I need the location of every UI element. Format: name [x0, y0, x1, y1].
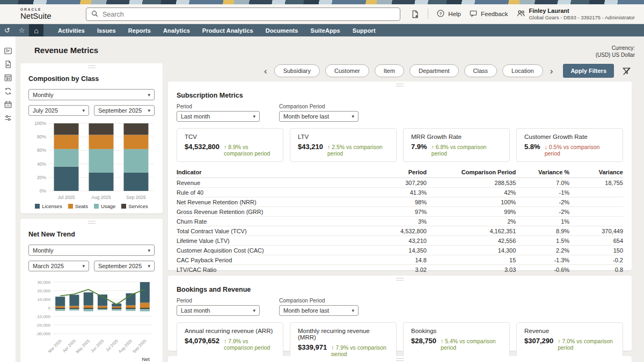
kpi-card-mrr-growth-rate: MRR Growth Rate7.9%↑ 6.8% vs comparison …	[403, 128, 510, 162]
composition-to-select[interactable]: September 2025 ▾	[94, 105, 155, 116]
card-delta-down: ↓ 0.5% vs comparison period	[545, 144, 615, 157]
caret-down-icon: ▾	[148, 263, 150, 269]
nav-tab-activities[interactable]: Activities	[58, 27, 85, 34]
value-cell: -2%	[516, 197, 569, 207]
period-control: Period Last month ▾	[177, 298, 260, 316]
svg-text:$: $	[6, 77, 8, 81]
svg-text:0: 0	[48, 306, 51, 311]
filter-pill-class[interactable]: Class	[464, 64, 497, 77]
nav-tab-product-analytics[interactable]: Product Analytics	[202, 27, 253, 34]
card-delta-up: ↑ 2.5% vs comparison period	[327, 144, 389, 157]
column-header-comparison-period: Comparison Period	[427, 167, 516, 178]
subscription-metrics-panel: Subscription Metrics Period Last month ▾…	[168, 82, 632, 270]
apply-filters-button[interactable]: Apply Filters	[563, 64, 614, 78]
card-title: LTV	[298, 134, 389, 140]
legend-item-churn[interactable]: Churn	[110, 356, 131, 362]
indicator-cell: LTV/CAC Ratio	[177, 265, 355, 275]
card-value-row: $4,079,652↑ 7.9% vs comparison period	[185, 337, 275, 351]
favorites-icon[interactable]: ☆	[14, 24, 29, 36]
value-cell: 14,300	[427, 246, 516, 255]
indicator-cell: Churn Rate	[177, 217, 355, 226]
caret-down-icon: ▾	[148, 92, 150, 98]
composition-from-select[interactable]: July 2025 ▾	[28, 105, 89, 116]
global-search[interactable]	[86, 8, 400, 21]
value-cell	[569, 197, 623, 207]
sliders-icon[interactable]	[4, 114, 12, 122]
period-select[interactable]: Last month ▾	[177, 111, 260, 122]
billing-icon[interactable]: $	[4, 73, 12, 82]
filter-pill-customer[interactable]: Customer	[325, 64, 369, 77]
indicator-cell: Lifetime Value (LTV)	[177, 236, 355, 246]
drag-handle[interactable]	[396, 278, 404, 280]
nav-tab-issues[interactable]: Issues	[97, 27, 116, 34]
caret-down-icon: ▾	[82, 108, 85, 113]
legend-item-net-new-mrr[interactable]: Net New MRR	[137, 356, 157, 362]
comparison-select[interactable]: Month before last ▾	[279, 305, 358, 316]
clear-filters-icon[interactable]	[621, 66, 632, 76]
help-button[interactable]: ? Help	[436, 9, 461, 19]
comparison-select[interactable]: Month before last ▾	[279, 111, 358, 122]
legend-swatch	[35, 204, 40, 209]
user-menu[interactable]: Finley Laurant Global Gears - DB93 - 339…	[516, 8, 635, 20]
chevron-left-icon[interactable]: ‹	[262, 67, 269, 76]
filter-pill-subsidiary[interactable]: Subsidiary	[274, 64, 320, 77]
caret-down-icon: ▾	[148, 248, 150, 253]
card-value: $4,532,800	[185, 143, 219, 151]
indicator-cell: CAC Payback Period	[177, 255, 355, 265]
search-input[interactable]	[103, 11, 395, 18]
filter-pill-location[interactable]: Location	[502, 64, 543, 77]
legend-label: Usage	[101, 203, 115, 209]
home-icon[interactable]: ⌂	[29, 24, 43, 36]
history-icon[interactable]: ↺	[0, 24, 14, 36]
card-delta-up: ↑ 7.9% vs comparison period	[331, 344, 389, 357]
filter-pill-item[interactable]: Item	[375, 64, 404, 77]
drag-handle[interactable]	[396, 84, 404, 86]
header-actions: ? Help Feedback	[411, 8, 635, 20]
currency-value: (USD) US Dollar	[596, 51, 635, 58]
nav-tab-documents[interactable]: Documents	[266, 27, 298, 34]
table-row-customer-acquisition-cost-cac-: Customer Acquisition Cost (CAC)14,35014,…	[177, 246, 623, 255]
report-chart-icon[interactable]	[4, 60, 12, 69]
legend-item-licenses[interactable]: Licenses	[35, 203, 62, 209]
value-cell: -0.2	[569, 255, 623, 265]
comparison-label: Comparison Period	[279, 104, 358, 109]
drag-handle[interactable]	[88, 221, 96, 224]
card-value-row: 7.9%↑ 6.8% vs comparison period	[411, 143, 502, 157]
feedback-button[interactable]: Feedback	[469, 9, 508, 19]
new-record-icon[interactable]	[411, 10, 420, 19]
composition-legend: LicensesSeatsUsageServices	[28, 203, 155, 209]
nav-tab-analytics[interactable]: Analytics	[163, 27, 190, 34]
column-header-variance: Variance	[569, 167, 623, 178]
netnew-frequency-select[interactable]: Monthly ▾	[28, 245, 155, 256]
card-delta-up: ↑ 6.8% vs comparison period	[431, 144, 502, 157]
value-cell: 1.5%	[516, 236, 569, 246]
legend-item-new[interactable]: New	[26, 356, 43, 362]
legend-item-seats[interactable]: Seats	[68, 203, 88, 209]
netnew-to-select[interactable]: September 2025 ▾	[94, 261, 155, 271]
composition-frequency-select[interactable]: Monthly ▾	[28, 89, 155, 100]
svg-text:20%: 20%	[37, 175, 46, 180]
calendar-metrics-icon[interactable]	[4, 100, 12, 109]
card-value: $43,210	[298, 143, 323, 151]
kpi-overview-icon[interactable]	[4, 47, 12, 55]
legend-item-downsell[interactable]: Downsell	[76, 356, 104, 362]
legend-item-upsell[interactable]: Upsell	[49, 356, 70, 362]
nav-tab-support[interactable]: Support	[353, 27, 376, 34]
netnew-legend: NewUpsellDownsellChurnNet New MRR	[28, 356, 155, 362]
period-select[interactable]: Last month ▾	[177, 305, 260, 316]
filter-pill-department[interactable]: Department	[409, 64, 458, 77]
chevron-right-icon[interactable]: ›	[548, 67, 555, 76]
svg-text:Aug 2025: Aug 2025	[118, 338, 133, 354]
value-cell: 42,556	[427, 236, 516, 246]
caret-down-icon: ▾	[352, 308, 354, 313]
nav-tab-suiteapps[interactable]: SuiteApps	[311, 27, 340, 34]
legend-item-services[interactable]: Services	[121, 203, 148, 209]
period-control: Period Last month ▾	[177, 104, 260, 122]
nav-tab-reports[interactable]: Reports	[128, 27, 151, 34]
legend-item-usage[interactable]: Usage	[94, 203, 115, 209]
drag-handle[interactable]	[88, 65, 96, 68]
drag-handle[interactable]	[396, 358, 404, 361]
renewals-icon[interactable]	[4, 87, 12, 95]
netsuite-logo[interactable]: ORACLE NetSuite	[20, 8, 52, 20]
netnew-from-select[interactable]: March 2025 ▾	[28, 261, 89, 271]
